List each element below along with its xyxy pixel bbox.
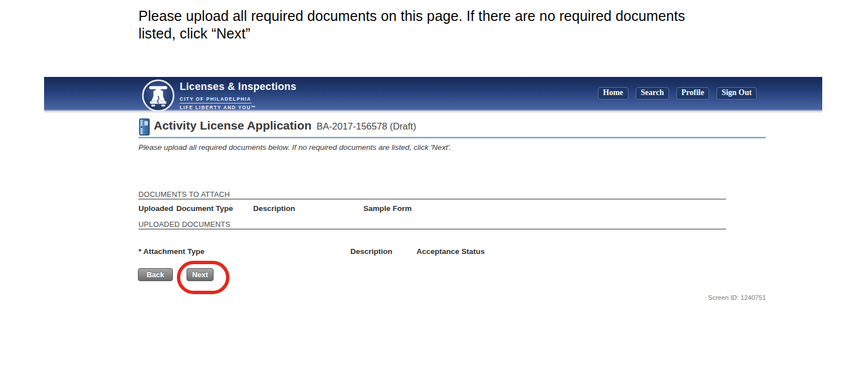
screen-id-label: Screen ID: 1240751	[708, 294, 766, 301]
next-button[interactable]: Next	[186, 268, 214, 281]
screenshot-root: Please upload all required documents on …	[0, 0, 868, 379]
documents-to-attach-heading: DOCUMENTS TO ATTACH	[138, 190, 230, 199]
binder-icon	[139, 118, 150, 138]
column-header-description-2: Description	[350, 247, 392, 256]
brand-tagline-city: CITY OF PHILADELPHIA	[180, 96, 251, 104]
column-header-acceptance-status: Acceptance Status	[416, 247, 485, 256]
liberty-bell-logo-icon	[141, 79, 175, 113]
column-header-attachment-type: * Attachment Type	[138, 247, 205, 256]
uploaded-documents-divider	[138, 229, 726, 230]
page-title: Activity License Application	[154, 119, 311, 132]
uploaded-documents-heading: UPLOADED DOCUMENTS	[138, 220, 231, 229]
page-note: Please upload all required documents bel…	[138, 143, 452, 152]
nav-profile-button[interactable]: Profile	[676, 87, 709, 100]
instruction-annotation-text: Please upload all required documents on …	[138, 7, 695, 42]
brand-title: Licenses & Inspections	[180, 81, 297, 93]
brand-tagline-motto: LIFE LIBERTY AND YOU™	[180, 105, 297, 110]
record-id: BA-2017-156578 (Draft)	[316, 121, 416, 131]
back-button[interactable]: Back	[138, 268, 173, 281]
title-underline	[138, 137, 766, 138]
column-header-description: Description	[253, 204, 295, 213]
documents-to-attach-divider	[138, 199, 726, 200]
nav-search-button[interactable]: Search	[636, 87, 669, 100]
column-header-document-type: Document Type	[176, 204, 233, 213]
column-header-uploaded: Uploaded	[138, 204, 173, 213]
header-nav: Home Search Profile Sign Out	[598, 87, 757, 100]
page-title-row: Activity License ApplicationBA-2017-1565…	[154, 119, 416, 132]
column-header-sample-form: Sample Form	[363, 204, 412, 213]
nav-home-button[interactable]: Home	[598, 87, 628, 100]
nav-sign-out-button[interactable]: Sign Out	[717, 87, 757, 100]
brand-block: Licenses & Inspections CITY OF PHILADELP…	[180, 81, 297, 110]
